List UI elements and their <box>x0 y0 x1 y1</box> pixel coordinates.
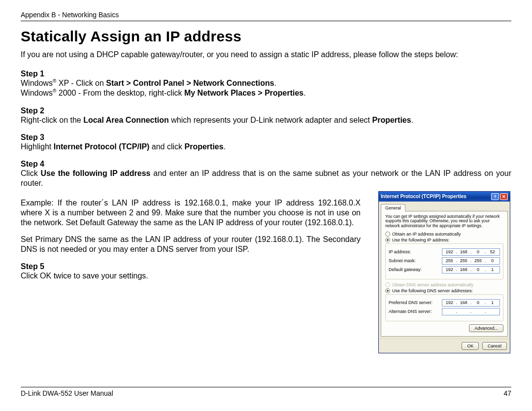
dot: . <box>485 267 486 272</box>
text-bold: My Network Places > Properties <box>184 89 303 98</box>
step-3-label: Step 3 <box>21 133 511 142</box>
dot: . <box>485 309 486 314</box>
octet: 168 <box>458 267 469 272</box>
header-rule <box>21 21 511 21</box>
input-subnet-mask[interactable]: 255. 255. 255. 0 <box>442 257 500 265</box>
dot: . <box>456 249 458 254</box>
dialog-description: You can get IP settings assigned automat… <box>385 214 503 229</box>
input-preferred-dns[interactable]: 192. 168. 0. 1 <box>442 299 500 307</box>
input-alternate-dns[interactable]: . . . <box>442 308 500 315</box>
text: 2000 - From the desktop, right-click <box>56 89 184 98</box>
step-1-label: Step 1 <box>21 69 511 78</box>
text: . <box>411 116 413 124</box>
text: . <box>274 79 276 87</box>
octet: 192 <box>444 267 455 272</box>
octet: 1 <box>487 300 498 305</box>
octet: 52 <box>487 249 498 254</box>
octet: 255 <box>458 258 469 263</box>
text: Click <box>21 169 40 177</box>
dialog-title: Internet Protocol (TCP/IP) Properties <box>381 194 466 199</box>
text-bold: Start > Control Panel > Network Connecti… <box>106 79 274 87</box>
tab-general[interactable]: General <box>381 204 405 211</box>
dot: . <box>470 258 472 263</box>
ok-button[interactable]: OK <box>462 342 479 350</box>
help-icon[interactable]: ? <box>491 193 499 200</box>
input-default-gateway[interactable]: 192. 168. 0. 1 <box>442 266 500 274</box>
text-bold: Use the following IP address <box>40 169 150 177</box>
radio-label: Obtain DNS server address automatically <box>392 282 473 287</box>
octet: 0 <box>487 258 498 263</box>
text: Windows <box>21 79 53 87</box>
step-4-example: Example: If the router´s LAN IP address … <box>21 198 361 228</box>
dot: . <box>456 300 458 305</box>
octet: 0 <box>473 249 484 254</box>
radio-use-following-dns[interactable]: Use the following DNS server addresses: <box>385 288 503 293</box>
radio-icon <box>385 282 390 287</box>
text: XP - Click on <box>56 79 106 87</box>
dot: . <box>470 309 472 314</box>
text: Right-click on the <box>21 116 83 124</box>
step-1-line-2: Windows® 2000 - From the desktop, right-… <box>21 88 511 98</box>
tcpip-properties-dialog: Internet Protocol (TCP/IP) Properties ? … <box>378 191 510 353</box>
text: Highlight <box>21 142 54 151</box>
dot: . <box>456 267 458 272</box>
dot: . <box>470 249 472 254</box>
radio-icon <box>385 232 390 237</box>
octet: 255 <box>473 258 484 263</box>
label-default-gateway: Default gateway: <box>389 267 442 272</box>
text-bold: Internet Protocol (TCP/IP) <box>54 142 150 151</box>
text-bold: Local Area Connection <box>83 116 169 124</box>
dot: . <box>485 258 486 263</box>
step-4-dns: Set Primary DNS the same as the LAN IP a… <box>21 235 361 254</box>
intro-paragraph: If you are not using a DHCP capable gate… <box>21 50 511 60</box>
text: and click <box>149 142 184 151</box>
footer-page-number: 47 <box>503 389 511 397</box>
label-subnet-mask: Subnet mask: <box>389 258 442 263</box>
octet: 168 <box>458 300 469 305</box>
radio-label: Use the following IP address: <box>392 238 449 242</box>
step-5-body: Click OK twice to save your settings. <box>21 271 361 281</box>
label-preferred-dns: Preferred DNS server: <box>389 300 442 305</box>
dot: . <box>470 300 472 305</box>
radio-obtain-dns-auto: Obtain DNS server address automatically <box>385 282 503 287</box>
text: . <box>303 89 305 98</box>
close-icon[interactable]: ✕ <box>500 193 508 200</box>
footer-manual-name: D-Link DWA-552 User Manual <box>21 389 113 397</box>
octet: 0 <box>473 267 484 272</box>
radio-label: Obtain an IP address automatically <box>392 232 461 237</box>
octet: 192 <box>444 300 455 305</box>
radio-obtain-ip-auto[interactable]: Obtain an IP address automatically <box>385 232 503 237</box>
step-5-label: Step 5 <box>21 262 361 271</box>
radio-label: Use the following DNS server addresses: <box>392 288 473 293</box>
dot: . <box>456 309 458 314</box>
label-alternate-dns: Alternate DNS server: <box>389 309 442 314</box>
dot: . <box>470 267 472 272</box>
page-header-label: Appendix B - Networking Basics <box>21 11 511 19</box>
dot: . <box>456 258 458 263</box>
step-2-label: Step 2 <box>21 106 511 115</box>
dot: . <box>485 300 486 305</box>
input-ip-address[interactable]: 192. 168. 0. 52 <box>442 248 500 256</box>
footer-rule <box>21 387 511 387</box>
octet: 0 <box>473 300 484 305</box>
octet: 1 <box>487 267 498 272</box>
octet: 192 <box>444 249 455 254</box>
advanced-button[interactable]: Advanced... <box>469 324 503 332</box>
text: . <box>224 142 226 151</box>
page-footer: D-Link DWA-552 User Manual 47 <box>21 387 511 397</box>
text-bold: Properties <box>185 142 224 151</box>
dialog-titlebar[interactable]: Internet Protocol (TCP/IP) Properties ? … <box>379 192 510 202</box>
octet: 168 <box>458 249 469 254</box>
label-ip-address: IP address: <box>389 249 442 254</box>
group-dns-settings: Preferred DNS server: 192. 168. 0. 1 Alt… <box>385 294 503 321</box>
radio-icon <box>385 288 390 293</box>
step-4-label: Step 4 <box>21 160 511 169</box>
text-bold: Properties <box>372 116 411 124</box>
radio-use-following-ip[interactable]: Use the following IP address: <box>385 238 503 242</box>
text: Windows <box>21 89 53 98</box>
cancel-button[interactable]: Cancel <box>482 342 507 350</box>
text: which represents your D-Link network ada… <box>169 116 372 124</box>
octet: 255 <box>444 258 455 263</box>
group-ip-settings: IP address: 192. 168. 0. 52 Subnet mask: <box>385 243 503 279</box>
radio-icon <box>385 238 390 242</box>
